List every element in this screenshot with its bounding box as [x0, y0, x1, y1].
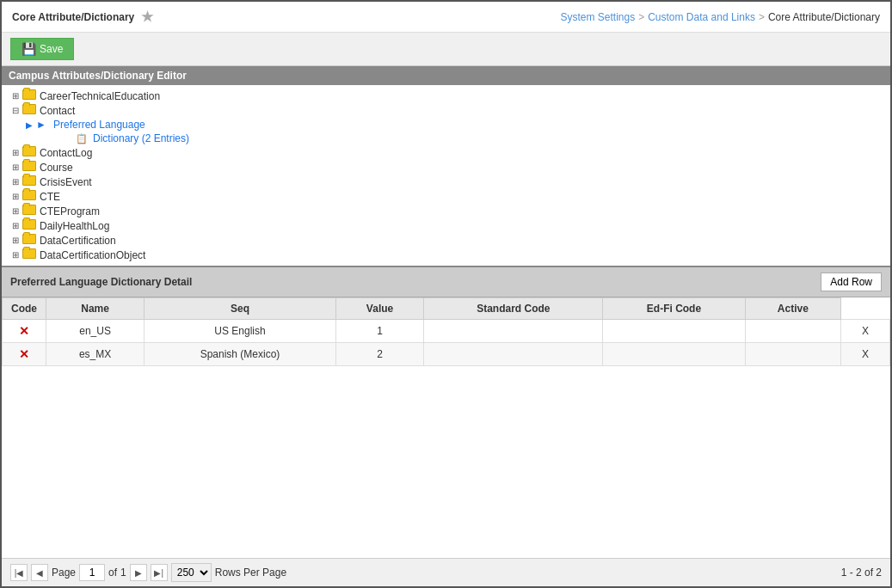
cell-delete-2[interactable]: ✕: [3, 343, 46, 366]
label-preferred-lang[interactable]: Preferred Language: [53, 119, 145, 131]
label-datacert: DataCertification: [40, 235, 116, 247]
folder-icon-dailyhealthlog: [22, 219, 38, 232]
delete-icon-1[interactable]: ✕: [19, 324, 29, 338]
breadcrumb: System Settings > Custom Data and Links …: [560, 11, 880, 23]
col-header-code: Code: [3, 298, 46, 320]
folder-icon-career: [22, 89, 38, 102]
toggle-preferred-lang[interactable]: ▶: [22, 120, 36, 130]
folder-icon-crisisevent: [22, 175, 38, 188]
table-row: ✕ es_MX Spanish (Mexico) 2 X: [3, 343, 890, 366]
tree-header: Campus Attributes/Dictionary Editor: [2, 66, 890, 85]
cell-seq-2: 2: [335, 343, 423, 366]
first-page-button[interactable]: |◀: [10, 564, 28, 581]
cell-standard-code-2: [603, 343, 745, 366]
tree-item-cte[interactable]: ⊞ CTE: [2, 189, 890, 204]
title-left: Core Attribute/Dictionary ★: [12, 9, 153, 25]
title-bar: Core Attribute/Dictionary ★ System Setti…: [2, 2, 890, 33]
label-crisisevent: CrisisEvent: [40, 176, 92, 188]
save-icon: 💾: [22, 42, 36, 56]
footer: |◀ ◀ Page of 1 ▶ ▶| 250 Rows Per Page 1 …: [2, 558, 890, 586]
folder-icon-contactlog: [22, 146, 38, 159]
toggle-dict: [62, 134, 76, 144]
toolbar: 💾 Save: [2, 33, 890, 66]
toggle-datacert[interactable]: ⊞: [9, 236, 22, 245]
cell-delete-1[interactable]: ✕: [3, 320, 46, 343]
cell-code-2: es_MX: [46, 343, 145, 366]
cell-standard-code-1: [603, 320, 745, 343]
page-title: Core Attribute/Dictionary: [12, 11, 134, 23]
label-cte: CTE: [40, 191, 60, 203]
tree-item-cteprogram[interactable]: ⊞ CTEProgram: [2, 204, 890, 218]
save-label: Save: [40, 43, 63, 55]
tree-item-career[interactable]: ⊞ CareerTechnicalEducation: [2, 89, 890, 103]
save-button[interactable]: 💾 Save: [10, 38, 74, 60]
page-number-input[interactable]: [79, 564, 105, 581]
main-content: Campus Attributes/Dictionary Editor ⊞ Ca…: [2, 66, 890, 558]
toggle-dailyhealthlog[interactable]: ⊞: [9, 221, 22, 230]
cell-seq-1: 1: [335, 320, 423, 343]
delete-icon-2[interactable]: ✕: [19, 347, 29, 361]
rows-per-page-select[interactable]: 250: [171, 563, 212, 582]
col-header-standard-code: Standard Code: [424, 298, 603, 320]
arrow-icon-preferred-lang: ►: [36, 119, 52, 131]
label-career: CareerTechnicalEducation: [40, 90, 160, 102]
tree-item-course[interactable]: ⊞ Course: [2, 160, 890, 175]
detail-title: Preferred Language Dictionary Detail: [10, 276, 192, 288]
toggle-contactlog[interactable]: ⊞: [9, 148, 22, 157]
tree-item-dictionary[interactable]: 📋 Dictionary (2 Entries): [2, 132, 890, 145]
toggle-career[interactable]: ⊞: [9, 91, 22, 101]
label-datacertobj: DataCertificationObject: [40, 249, 145, 261]
add-row-button[interactable]: Add Row: [821, 273, 882, 291]
col-header-value: Value: [335, 298, 423, 320]
cell-code-1: en_US: [46, 320, 145, 343]
favorite-icon[interactable]: ★: [141, 9, 153, 25]
last-page-button[interactable]: ▶|: [151, 564, 168, 581]
tree-item-contactlog[interactable]: ⊞ ContactLog: [2, 145, 890, 160]
label-dailyhealthlog: DailyHealthLog: [40, 220, 109, 232]
prev-page-button[interactable]: ◀: [31, 564, 48, 581]
next-page-button[interactable]: ▶: [130, 564, 147, 581]
toggle-contact[interactable]: ⊟: [9, 106, 22, 115]
col-header-edfi-code: Ed-Fi Code: [603, 298, 745, 320]
breadcrumb-custom-data[interactable]: Custom Data and Links: [648, 11, 755, 23]
cell-value-2: [424, 343, 603, 366]
tree-item-datacertobj[interactable]: ⊞ DataCertificationObject: [2, 248, 890, 262]
page-count: 1 - 2 of 2: [841, 567, 882, 579]
tree-item-dailyhealthlog[interactable]: ⊞ DailyHealthLog: [2, 218, 890, 233]
tree-item-contact[interactable]: ⊟ Contact: [2, 103, 890, 118]
main-window: Core Attribute/Dictionary ★ System Setti…: [0, 0, 892, 588]
toggle-crisisevent[interactable]: ⊞: [9, 177, 22, 187]
folder-icon-cte: [22, 190, 38, 203]
detail-table: Code Name Seq Value Standard Code Ed-Fi …: [2, 297, 890, 366]
detail-header: Preferred Language Dictionary Detail Add…: [2, 267, 890, 297]
table-row: ✕ en_US US English 1 X: [3, 320, 890, 343]
cell-active-2: X: [841, 343, 890, 366]
tree-item-preferred-lang[interactable]: ▶ ► Preferred Language: [2, 118, 890, 132]
toggle-datacertobj[interactable]: ⊞: [9, 250, 22, 260]
cell-name-1: US English: [145, 320, 336, 343]
total-pages: 1: [120, 567, 126, 579]
label-contactlog: ContactLog: [40, 147, 92, 159]
folder-icon-course: [22, 161, 38, 174]
breadcrumb-sep-1: >: [638, 11, 644, 23]
label-cteprogram: CTEProgram: [40, 205, 100, 217]
folder-icon-cteprogram: [22, 205, 38, 217]
table-header-row: Code Name Seq Value Standard Code Ed-Fi …: [3, 298, 890, 320]
dict-icon: 📋: [76, 133, 91, 144]
toggle-cte[interactable]: ⊞: [9, 192, 22, 201]
tree-item-datacert[interactable]: ⊞ DataCertification: [2, 233, 890, 248]
breadcrumb-system-settings[interactable]: System Settings: [560, 11, 635, 23]
breadcrumb-current: Core Attribute/Dictionary: [768, 11, 880, 23]
breadcrumb-sep-2: >: [759, 11, 765, 23]
col-header-seq: Seq: [145, 298, 336, 320]
label-dictionary[interactable]: Dictionary (2 Entries): [93, 132, 189, 144]
tree-section: Campus Attributes/Dictionary Editor ⊞ Ca…: [2, 66, 890, 267]
cell-edfi-code-1: [745, 320, 841, 343]
tree-item-crisisevent[interactable]: ⊞ CrisisEvent: [2, 175, 890, 189]
of-label: of: [108, 567, 117, 579]
folder-icon-datacert: [22, 234, 38, 247]
toggle-course[interactable]: ⊞: [9, 162, 22, 172]
toggle-cteprogram[interactable]: ⊞: [9, 206, 22, 216]
pagination: |◀ ◀ Page of 1 ▶ ▶| 250 Rows Per Page: [10, 563, 286, 582]
label-contact: Contact: [40, 105, 75, 117]
